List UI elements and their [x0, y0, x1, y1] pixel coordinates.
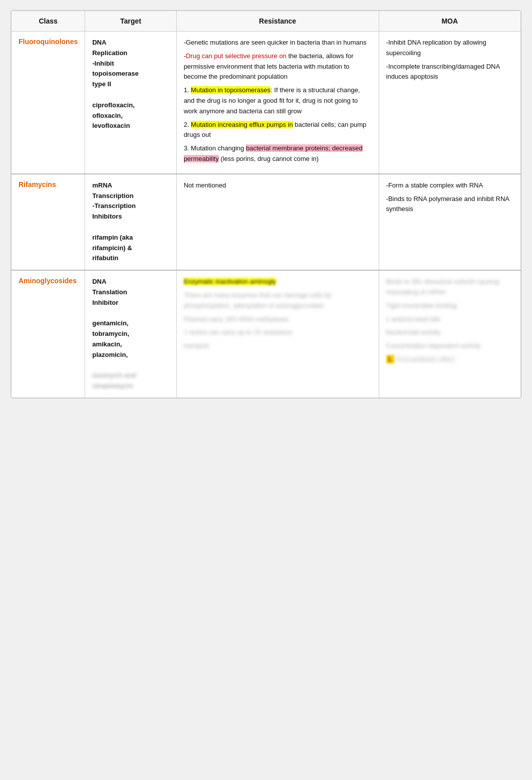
target-cell-rifamycins: mRNA Transcription -Transcription Inhibi…: [85, 174, 176, 270]
antibiotic-table: Class Target Resistance MOA Fluoroquinol…: [11, 11, 521, 398]
class-cell-aminoglycosides: Aminoglycosides: [12, 270, 85, 398]
target-cell-aminoglycosides: DNA Translation Inhibitor gentamicin, to…: [85, 270, 176, 398]
resistance-cell-aminoglycosides: Enzymatic inactivation aminogly There ar…: [176, 270, 379, 398]
header-moa: MOA: [379, 11, 520, 32]
main-container: Class Target Resistance MOA Fluoroquinol…: [11, 10, 521, 399]
class-cell-rifamycins: Rifamycins: [12, 174, 85, 270]
table-header-row: Class Target Resistance MOA: [12, 11, 521, 32]
table-row: Rifamycins mRNA Transcription -Transcrip…: [12, 174, 521, 270]
header-class: Class: [12, 11, 85, 32]
header-resistance: Resistance: [176, 11, 379, 32]
header-target: Target: [85, 11, 176, 32]
target-cell-fluoroquinolones: DNA Replication -Inhibit topoisomerase t…: [85, 32, 176, 174]
class-cell-fluoroquinolones: Fluoroquinolones: [12, 32, 85, 174]
table-row: Aminoglycosides DNA Translation Inhibito…: [12, 270, 521, 398]
moa-cell-rifamycins: -Form a stable complex with RNA -Binds t…: [379, 174, 520, 270]
resistance-cell-fluoroquinolones: -Genetic mutations are seen quicker in b…: [176, 32, 379, 174]
resistance-cell-rifamycins: Not mentioned: [176, 174, 379, 270]
moa-cell-aminoglycosides: Binds to 30s ribosomal subunit causing m…: [379, 270, 520, 398]
moa-cell-fluoroquinolones: -Inhibit DNA replication by allowing sup…: [379, 32, 520, 174]
table-row: Fluoroquinolones DNA Replication -Inhibi…: [12, 32, 521, 174]
